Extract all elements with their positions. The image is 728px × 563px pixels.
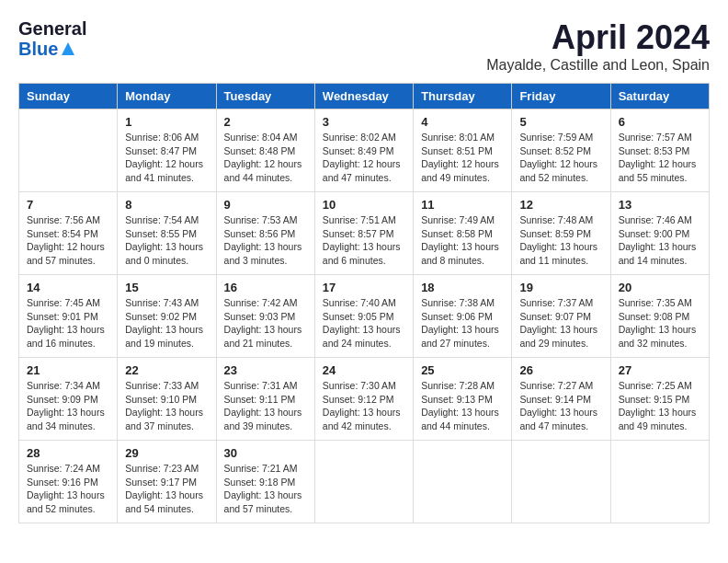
calendar-cell: 24Sunrise: 7:30 AMSunset: 9:12 PMDayligh… — [314, 358, 413, 441]
cell-info: Sunrise: 7:40 AMSunset: 9:05 PMDaylight:… — [323, 296, 405, 350]
calendar-cell: 7Sunrise: 7:56 AMSunset: 8:54 PMDaylight… — [19, 192, 118, 275]
cell-info: Sunrise: 7:37 AMSunset: 9:07 PMDaylight:… — [519, 296, 602, 350]
cell-info: Sunrise: 8:06 AMSunset: 8:47 PMDaylight:… — [125, 131, 208, 185]
cell-info: Sunrise: 7:46 AMSunset: 9:00 PMDaylight:… — [619, 213, 701, 268]
day-number: 22 — [125, 363, 208, 377]
calendar-cell: 14Sunrise: 7:45 AMSunset: 9:01 PMDayligh… — [19, 275, 118, 358]
cell-info: Sunrise: 7:51 AMSunset: 8:57 PMDaylight:… — [323, 213, 405, 268]
calendar-cell: 9Sunrise: 7:53 AMSunset: 8:56 PMDaylight… — [216, 192, 314, 275]
calendar-cell: 27Sunrise: 7:25 AMSunset: 9:15 PMDayligh… — [610, 358, 709, 441]
day-number: 29 — [125, 446, 208, 460]
calendar-cell: 20Sunrise: 7:35 AMSunset: 9:08 PMDayligh… — [610, 275, 709, 358]
calendar-cell: 30Sunrise: 7:21 AMSunset: 9:18 PMDayligh… — [216, 441, 314, 523]
day-number: 5 — [519, 115, 602, 129]
week-row-3: 14Sunrise: 7:45 AMSunset: 9:01 PMDayligh… — [19, 275, 710, 358]
day-number: 8 — [125, 198, 208, 212]
logo-triangle-icon — [60, 40, 76, 57]
logo-general: General — [18, 18, 86, 39]
calendar-cell: 3Sunrise: 8:02 AMSunset: 8:49 PMDaylight… — [314, 109, 413, 192]
calendar-cell: 19Sunrise: 7:37 AMSunset: 9:07 PMDayligh… — [512, 275, 610, 358]
day-number: 6 — [619, 115, 701, 129]
cell-info: Sunrise: 7:35 AMSunset: 9:08 PMDaylight:… — [619, 296, 701, 350]
week-row-1: 1Sunrise: 8:06 AMSunset: 8:47 PMDaylight… — [19, 109, 710, 192]
calendar-cell: 28Sunrise: 7:24 AMSunset: 9:16 PMDayligh… — [19, 441, 118, 523]
cell-info: Sunrise: 7:56 AMSunset: 8:54 PMDaylight:… — [27, 213, 109, 268]
calendar-cell — [19, 109, 118, 192]
title-area: April 2024 Mayalde, Castille and Leon, S… — [486, 18, 710, 74]
day-number: 13 — [619, 198, 701, 212]
calendar-cell: 18Sunrise: 7:38 AMSunset: 9:06 PMDayligh… — [414, 275, 512, 358]
calendar-cell: 29Sunrise: 7:23 AMSunset: 9:17 PMDayligh… — [118, 441, 216, 523]
cell-info: Sunrise: 7:33 AMSunset: 9:10 PMDaylight:… — [125, 379, 208, 433]
column-header-sunday: Sunday — [19, 84, 118, 109]
calendar-cell: 5Sunrise: 7:59 AMSunset: 8:52 PMDaylight… — [512, 109, 610, 192]
day-number: 2 — [224, 115, 307, 129]
calendar-cell: 22Sunrise: 7:33 AMSunset: 9:10 PMDayligh… — [118, 358, 216, 441]
cell-info: Sunrise: 7:45 AMSunset: 9:01 PMDaylight:… — [27, 296, 109, 350]
calendar-cell: 8Sunrise: 7:54 AMSunset: 8:55 PMDaylight… — [118, 192, 216, 275]
calendar-cell — [314, 441, 413, 523]
day-number: 16 — [224, 281, 307, 294]
logo-blue: Blue — [18, 39, 58, 59]
column-header-monday: Monday — [118, 84, 216, 109]
column-header-tuesday: Tuesday — [216, 84, 314, 109]
day-number: 3 — [323, 115, 405, 129]
cell-info: Sunrise: 7:54 AMSunset: 8:55 PMDaylight:… — [125, 213, 208, 268]
day-number: 17 — [323, 281, 405, 294]
cell-info: Sunrise: 7:24 AMSunset: 9:16 PMDaylight:… — [27, 462, 109, 516]
cell-info: Sunrise: 7:48 AMSunset: 8:59 PMDaylight:… — [519, 213, 602, 268]
day-number: 24 — [323, 363, 405, 377]
calendar-table: SundayMondayTuesdayWednesdayThursdayFrid… — [18, 83, 710, 523]
column-header-wednesday: Wednesday — [314, 84, 413, 109]
cell-info: Sunrise: 7:31 AMSunset: 9:11 PMDaylight:… — [224, 379, 307, 433]
calendar-cell: 17Sunrise: 7:40 AMSunset: 9:05 PMDayligh… — [314, 275, 413, 358]
cell-info: Sunrise: 8:04 AMSunset: 8:48 PMDaylight:… — [224, 131, 307, 185]
cell-info: Sunrise: 7:27 AMSunset: 9:14 PMDaylight:… — [519, 379, 602, 433]
cell-info: Sunrise: 7:53 AMSunset: 8:56 PMDaylight:… — [224, 213, 307, 268]
calendar-cell — [414, 441, 512, 523]
week-row-2: 7Sunrise: 7:56 AMSunset: 8:54 PMDaylight… — [19, 192, 710, 275]
svg-marker-0 — [62, 42, 74, 55]
day-number: 9 — [224, 198, 307, 212]
day-number: 12 — [519, 198, 602, 212]
day-number: 15 — [125, 281, 208, 294]
cell-info: Sunrise: 7:57 AMSunset: 8:53 PMDaylight:… — [619, 131, 701, 185]
cell-info: Sunrise: 7:21 AMSunset: 9:18 PMDaylight:… — [224, 462, 307, 516]
header: General Blue April 2024 Mayalde, Castill… — [18, 18, 710, 74]
day-number: 7 — [27, 198, 109, 212]
calendar-cell: 10Sunrise: 7:51 AMSunset: 8:57 PMDayligh… — [314, 192, 413, 275]
day-number: 1 — [125, 115, 208, 129]
cell-info: Sunrise: 8:02 AMSunset: 8:49 PMDaylight:… — [323, 131, 405, 185]
day-number: 20 — [619, 281, 701, 294]
cell-info: Sunrise: 7:38 AMSunset: 9:06 PMDaylight:… — [421, 296, 504, 350]
calendar-cell: 25Sunrise: 7:28 AMSunset: 9:13 PMDayligh… — [414, 358, 512, 441]
day-number: 27 — [619, 363, 701, 377]
calendar-cell: 1Sunrise: 8:06 AMSunset: 8:47 PMDaylight… — [118, 109, 216, 192]
logo: General Blue — [18, 18, 86, 59]
calendar-cell: 21Sunrise: 7:34 AMSunset: 9:09 PMDayligh… — [19, 358, 118, 441]
month-title: April 2024 — [486, 18, 710, 57]
cell-info: Sunrise: 8:01 AMSunset: 8:51 PMDaylight:… — [421, 131, 504, 185]
day-number: 26 — [519, 363, 602, 377]
cell-info: Sunrise: 7:28 AMSunset: 9:13 PMDaylight:… — [421, 379, 504, 433]
day-number: 4 — [421, 115, 504, 129]
week-row-4: 21Sunrise: 7:34 AMSunset: 9:09 PMDayligh… — [19, 358, 710, 441]
day-number: 19 — [519, 281, 602, 294]
calendar-cell: 16Sunrise: 7:42 AMSunset: 9:03 PMDayligh… — [216, 275, 314, 358]
day-number: 23 — [224, 363, 307, 377]
calendar-cell: 15Sunrise: 7:43 AMSunset: 9:02 PMDayligh… — [118, 275, 216, 358]
calendar-cell: 2Sunrise: 8:04 AMSunset: 8:48 PMDaylight… — [216, 109, 314, 192]
day-number: 30 — [224, 446, 307, 460]
day-number: 14 — [27, 281, 109, 294]
cell-info: Sunrise: 7:59 AMSunset: 8:52 PMDaylight:… — [519, 131, 602, 185]
location-title: Mayalde, Castille and Leon, Spain — [486, 57, 710, 74]
calendar-cell: 12Sunrise: 7:48 AMSunset: 8:59 PMDayligh… — [512, 192, 610, 275]
cell-info: Sunrise: 7:34 AMSunset: 9:09 PMDaylight:… — [27, 379, 109, 433]
calendar-cell — [610, 441, 709, 523]
calendar-cell: 4Sunrise: 8:01 AMSunset: 8:51 PMDaylight… — [414, 109, 512, 192]
cell-info: Sunrise: 7:30 AMSunset: 9:12 PMDaylight:… — [323, 379, 405, 433]
week-row-5: 28Sunrise: 7:24 AMSunset: 9:16 PMDayligh… — [19, 441, 710, 523]
cell-info: Sunrise: 7:42 AMSunset: 9:03 PMDaylight:… — [224, 296, 307, 350]
column-header-friday: Friday — [512, 84, 610, 109]
calendar-cell — [512, 441, 610, 523]
